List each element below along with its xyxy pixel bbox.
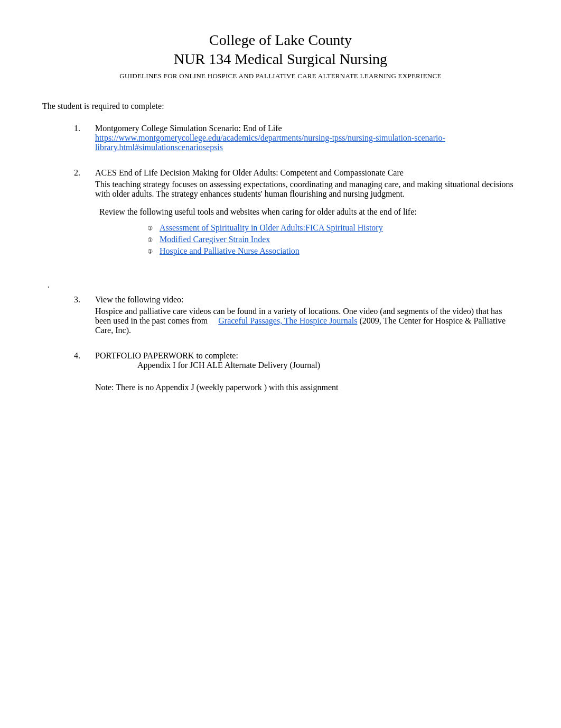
dot-element: .	[48, 280, 519, 290]
bullet-link-1[interactable]: Assessment of Spirituality in Older Adul…	[160, 223, 383, 233]
item-1-num: 1.	[74, 124, 87, 152]
item-2-content: ACES End of Life Decision Making for Old…	[95, 168, 519, 264]
main-list: 1. Montgomery College Simulation Scenari…	[74, 124, 519, 392]
header-title-1: College of Lake County	[42, 32, 519, 49]
item-3-spacer	[210, 316, 216, 325]
bullet-link-2[interactable]: Modified Caregiver Strain Index	[160, 235, 270, 244]
item-3-num: 3.	[74, 295, 87, 335]
item-2-num: 2.	[74, 168, 87, 264]
header-subtitle: GUIDELINES FOR ONLINE HOSPICE AND PALLIA…	[42, 72, 519, 80]
bullet-item-1: ➀ Assessment of Spirituality in Older Ad…	[148, 223, 519, 233]
item-1-link[interactable]: https://www.montgomerycollege.edu/academ…	[95, 133, 445, 152]
header-title-2: NUR 134 Medical Surgical Nursing	[42, 51, 519, 68]
item-4-title: PORTFOLIO PAPERWORK to complete:	[95, 351, 519, 361]
bullet-item-2: ➀ Modified Caregiver Strain Index	[148, 235, 519, 244]
item-3-content: View the following video: Hospice and pa…	[95, 295, 519, 335]
list-item-1: 1. Montgomery College Simulation Scenari…	[74, 124, 519, 152]
bullet-list: ➀ Assessment of Spirituality in Older Ad…	[148, 223, 519, 256]
bullet-icon-3: ➀	[148, 248, 154, 254]
bullet-icon-2: ➀	[148, 237, 154, 243]
intro-text: The student is required to complete:	[42, 102, 519, 111]
item-3-desc: Hospice and palliative care videos can b…	[95, 307, 519, 335]
item-1-content: Montgomery College Simulation Scenario: …	[95, 124, 519, 152]
item-2-description: This teaching strategy focuses on assess…	[95, 180, 519, 199]
list-item-4: 4. PORTFOLIO PAPERWORK to complete: Appe…	[74, 351, 519, 392]
item-2-review: Review the following useful tools and we…	[99, 207, 519, 217]
bullet-link-3[interactable]: Hospice and Palliative Nurse Association	[160, 246, 300, 256]
item-4-sub: Appendix I for JCH ALE Alternate Deliver…	[137, 361, 519, 370]
item-2-title: ACES End of Life Decision Making for Old…	[95, 168, 519, 178]
bullet-item-3: ➀ Hospice and Palliative Nurse Associati…	[148, 246, 519, 256]
item-4-content: PORTFOLIO PAPERWORK to complete: Appendi…	[95, 351, 519, 392]
bullet-icon-1: ➀	[148, 225, 154, 231]
list-item-2: 2. ACES End of Life Decision Making for …	[74, 168, 519, 264]
page-header: College of Lake County NUR 134 Medical S…	[42, 32, 519, 80]
list-item-3: 3. View the following video: Hospice and…	[74, 295, 519, 335]
item-3-link[interactable]: Graceful Passages, The Hospice Journals	[218, 316, 357, 325]
note-text: Note: There is no Appendix J (weekly pap…	[95, 383, 519, 392]
item-1-title: Montgomery College Simulation Scenario: …	[95, 124, 519, 133]
item-3-title: View the following video:	[95, 295, 519, 305]
item-4-num: 4.	[74, 351, 87, 392]
